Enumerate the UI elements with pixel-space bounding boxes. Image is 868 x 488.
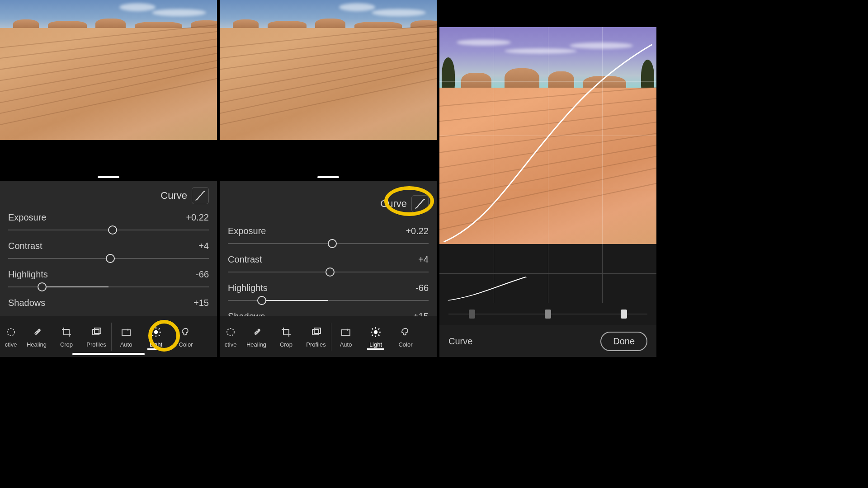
contrast-label: Contrast: [8, 241, 42, 251]
range-thumb-highlights[interactable]: [621, 310, 627, 319]
svg-rect-6: [94, 328, 101, 333]
active-indicator: [147, 348, 165, 350]
range-thumb-shadows[interactable]: [469, 310, 475, 319]
tone-curve-overlay[interactable]: [439, 27, 656, 244]
svg-rect-23: [312, 329, 319, 335]
healing-icon: [30, 326, 43, 338]
svg-point-2: [35, 333, 36, 334]
black-gap: [220, 140, 437, 181]
curve-button[interactable]: [192, 187, 209, 204]
highlights-slider[interactable]: [8, 282, 209, 291]
svg-point-26: [374, 330, 378, 334]
panel-light-highlighted: Curve Exposure +0.22 Contrast +4: [0, 0, 217, 357]
exposure-slider[interactable]: [228, 239, 429, 248]
tool-crop[interactable]: Crop: [52, 316, 81, 357]
contrast-slider-row: Contrast +4: [228, 254, 429, 277]
tool-healing[interactable]: Healing: [22, 316, 52, 357]
contrast-value: +4: [418, 254, 429, 265]
svg-point-35: [405, 333, 406, 335]
crop-label: Crop: [60, 341, 73, 348]
done-button[interactable]: Done: [600, 332, 647, 351]
color-label: Color: [398, 341, 412, 348]
tool-selective[interactable]: ctive: [0, 316, 22, 357]
tool-auto[interactable]: Auto: [331, 316, 361, 357]
shadows-slider-row: Shadows +15: [8, 298, 209, 308]
svg-line-15: [152, 334, 153, 335]
auto-label: Auto: [120, 341, 132, 348]
curve-grid-lower[interactable]: [439, 244, 656, 303]
exposure-label: Exposure: [228, 226, 266, 236]
auto-label: Auto: [340, 341, 352, 348]
exposure-slider-row: Exposure +0.22: [228, 226, 429, 248]
svg-rect-5: [93, 329, 99, 335]
highlights-slider-row: Highlights -66: [8, 269, 209, 291]
drawer-handle[interactable]: [98, 176, 119, 178]
light-panel: Curve Exposure +0.22 Contrast +4: [0, 181, 217, 316]
highlights-label: Highlights: [8, 269, 48, 280]
range-thumb-midtones[interactable]: [545, 310, 551, 319]
curve-icon: [194, 190, 206, 202]
auto-icon: [120, 326, 132, 338]
svg-rect-19: [254, 328, 261, 335]
photo-preview: [220, 0, 437, 140]
exposure-label: Exposure: [8, 212, 47, 223]
contrast-slider[interactable]: [8, 254, 209, 263]
contrast-slider[interactable]: [228, 267, 429, 277]
tool-auto[interactable]: Auto: [111, 316, 141, 357]
panel-curve-highlighted: Curve Exposure +0.22 Contrast +4: [220, 0, 437, 357]
tool-light[interactable]: Light: [141, 316, 171, 357]
svg-point-0: [7, 328, 14, 336]
exposure-value: +0.22: [186, 212, 209, 223]
tool-color[interactable]: Color: [391, 316, 420, 357]
tool-light[interactable]: Light: [361, 316, 391, 357]
profiles-label: Profiles: [86, 341, 106, 348]
highlights-value: -66: [196, 269, 209, 280]
curve-label: Curve: [160, 190, 187, 202]
black-gap: [0, 140, 217, 181]
drawer-handle[interactable]: [317, 176, 339, 178]
exposure-slider[interactable]: [8, 225, 209, 235]
healing-icon: [250, 326, 263, 338]
tone-range-sliders[interactable]: [439, 303, 656, 325]
tool-profiles[interactable]: Profiles: [301, 316, 331, 357]
home-indicator: [72, 353, 145, 355]
light-label: Light: [369, 341, 382, 348]
svg-line-13: [152, 328, 153, 329]
tool-crop[interactable]: Crop: [271, 316, 301, 357]
sand-region: [220, 28, 437, 140]
tool-selective[interactable]: ctive: [220, 316, 241, 357]
light-label: Light: [150, 341, 162, 348]
bottom-toolbar: ctive Healing Crop Profiles Auto: [220, 316, 437, 357]
sand-region: [0, 28, 217, 140]
svg-line-14: [159, 334, 160, 335]
color-label: Color: [179, 341, 193, 348]
top-black: [439, 0, 656, 14]
curve-label: Curve: [380, 198, 407, 210]
bottom-toolbar: ctive Healing Crop Profiles Auto: [0, 316, 217, 357]
tool-profiles[interactable]: Profiles: [81, 316, 111, 357]
svg-line-16: [159, 328, 160, 329]
svg-rect-7: [122, 330, 130, 335]
color-icon: [399, 326, 412, 338]
curve-bottom-bar: Curve Done: [439, 325, 656, 357]
profiles-icon: [310, 326, 322, 338]
highlights-slider[interactable]: [228, 296, 429, 305]
svg-rect-25: [342, 330, 350, 335]
selective-icon: [5, 326, 17, 338]
tool-color[interactable]: Color: [171, 316, 201, 357]
selective-icon: [224, 326, 237, 338]
crop-label: Crop: [280, 341, 292, 348]
panel-curve-editor: Curve Done: [439, 0, 656, 357]
shadows-value: +15: [193, 298, 209, 308]
tool-healing[interactable]: Healing: [241, 316, 271, 357]
svg-point-21: [256, 332, 257, 333]
healing-label: Healing: [246, 341, 266, 348]
curve-button[interactable]: [411, 195, 429, 212]
highlights-label: Highlights: [228, 283, 268, 293]
photo-preview-curve[interactable]: [439, 27, 656, 244]
svg-line-34: [378, 328, 379, 329]
svg-line-32: [378, 334, 379, 335]
crop-icon: [280, 326, 292, 338]
active-indicator: [367, 348, 384, 350]
svg-rect-1: [34, 328, 41, 335]
